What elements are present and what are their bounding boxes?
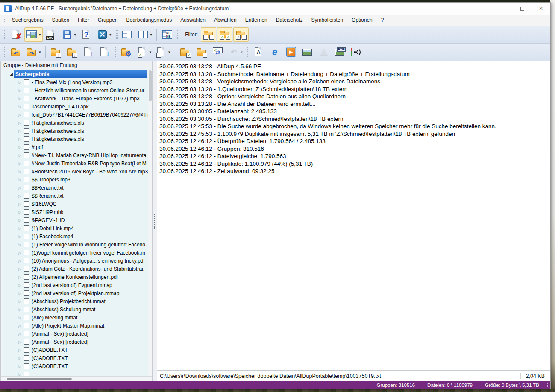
expander-collapsed-icon[interactable]: ▷	[17, 80, 22, 85]
item-checkbox[interactable]	[24, 266, 29, 272]
tree-horizontal-scrollbar[interactable]	[1, 376, 152, 381]
toolbar-drag-grip[interactable]	[3, 29, 6, 40]
deselect-group-button[interactable]	[194, 45, 209, 59]
tree-item[interactable]: ▷(1) Facebook.mp4	[3, 232, 148, 240]
menu-item-suchergebnis[interactable]: Suchergebnis	[8, 15, 47, 25]
toolbar-drag-grip[interactable]	[246, 47, 249, 58]
item-checkbox[interactable]	[24, 152, 29, 158]
next-group-button[interactable]: ↷▾	[24, 45, 43, 59]
item-checkbox[interactable]	[24, 242, 29, 247]
layout-columns-button[interactable]	[120, 27, 135, 42]
tree-item[interactable]: ▷#Rootstech 2015 Alex Boye - Be Who You …	[3, 167, 148, 176]
item-checkbox[interactable]	[24, 88, 29, 93]
menu-item-spalten[interactable]: Spalten	[47, 15, 73, 25]
item-checkbox[interactable]	[24, 193, 29, 199]
tree-item[interactable]: ▷!Tätigkeitsnachweis.xls	[3, 119, 148, 127]
tree-item[interactable]: ▷$$Rename.txt	[3, 192, 148, 200]
item-checkbox[interactable]	[24, 79, 29, 85]
dropdown-arrow-icon[interactable]: ▾	[168, 50, 170, 54]
expander-collapsed-icon[interactable]: ▷	[17, 243, 22, 247]
item-checkbox[interactable]	[24, 217, 29, 223]
expander-expanded-icon[interactable]: ◢	[9, 72, 14, 76]
tree-item[interactable]: ▷(Abschluss) Projektbericht.mmat	[3, 297, 148, 305]
select-group-button[interactable]: ✓	[178, 45, 193, 59]
expander-collapsed-icon[interactable]: ▷	[17, 251, 22, 255]
item-checkbox[interactable]	[24, 339, 29, 345]
item-checkbox[interactable]	[24, 185, 29, 190]
close-window-button[interactable]: ✕	[532, 3, 550, 15]
tree-item[interactable]: ▷(Animal - Sex) [redacted]	[3, 338, 148, 346]
tree-horizontal-scrollbar-thumb[interactable]	[7, 378, 72, 380]
item-checkbox[interactable]	[24, 104, 29, 109]
tree-item[interactable]: ▷#New-Justin Timberlake R&B Pop type Bea…	[3, 159, 148, 167]
item-checkbox[interactable]	[24, 282, 29, 288]
expander-collapsed-icon[interactable]: ▷	[17, 121, 22, 125]
item-checkbox[interactable]	[24, 372, 29, 376]
tree-item[interactable]: ▷(C)ADOBE.TXT	[3, 346, 148, 354]
item-checkbox[interactable]	[24, 161, 29, 166]
menu-item-bearbeitungsmodus[interactable]: Bearbeitungsmodus	[122, 15, 176, 25]
item-checkbox[interactable]	[24, 169, 29, 174]
next-file-button[interactable]: ↓	[97, 45, 112, 59]
expander-collapsed-icon[interactable]: ▷	[17, 226, 22, 231]
expander-collapsed-icon[interactable]: ▷	[17, 97, 22, 101]
item-checkbox[interactable]	[24, 234, 29, 239]
tree-item[interactable]: ▷!Tätigkeitsnachweis.xls	[3, 135, 148, 143]
panel-splitter[interactable]	[153, 61, 157, 381]
expander-collapsed-icon[interactable]: ▷	[17, 299, 22, 304]
expander-collapsed-icon[interactable]: ▷	[17, 145, 22, 149]
first-group-button[interactable]: ↑	[48, 45, 64, 59]
layout-split-button[interactable]: ▾	[136, 27, 154, 42]
item-checkbox[interactable]	[24, 363, 29, 369]
tree-vertical-scrollbar-thumb[interactable]	[149, 70, 152, 101]
show-exif-button[interactable]: EXIF	[332, 45, 347, 59]
item-checkbox[interactable]	[24, 323, 29, 328]
maximize-button[interactable]	[513, 3, 532, 15]
dropdown-arrow-icon[interactable]: ▾	[150, 32, 153, 37]
tree-item[interactable]: ▷$ISZ1I9P.mbk	[3, 208, 148, 216]
item-checkbox[interactable]	[24, 250, 29, 255]
tree-item[interactable]: ▷(C)ADOBE.TXT	[3, 354, 148, 362]
tree-item[interactable]: ▷(Abschluss) Schulung.mmat	[3, 305, 148, 313]
expander-collapsed-icon[interactable]: ▷	[17, 161, 22, 166]
tree-item[interactable]: ▷(Alle) Meeting.mmat	[3, 313, 148, 322]
menu-item-filter[interactable]: Filter	[73, 15, 94, 25]
menu-item-optionen[interactable]: Optionen	[347, 15, 377, 25]
tree-item[interactable]: ▷$$ Troopers.mp3	[3, 176, 148, 184]
expander-collapsed-icon[interactable]: ▷	[17, 137, 22, 141]
open-browser-button[interactable]: e	[267, 45, 282, 59]
expander-collapsed-icon[interactable]: ▷	[17, 202, 22, 206]
expander-collapsed-icon[interactable]: ▷	[17, 332, 22, 336]
tree-item[interactable]: ▷$I16LWQC	[3, 200, 148, 208]
expander-collapsed-icon[interactable]: ▷	[17, 267, 22, 271]
item-checkbox[interactable]	[24, 225, 29, 231]
expander-collapsed-icon[interactable]: ▷	[17, 372, 22, 377]
dropdown-arrow-icon[interactable]: ▾	[39, 32, 41, 37]
dropdown-arrow-icon[interactable]: ▾	[241, 50, 243, 54]
previous-file-button[interactable]: ↑	[81, 45, 96, 59]
previous-group-button[interactable]: ↶	[8, 45, 23, 59]
expander-collapsed-icon[interactable]: ▷	[17, 275, 22, 279]
play-audio-button[interactable]	[348, 45, 364, 59]
expander-collapsed-icon[interactable]: ▷	[17, 113, 22, 117]
item-checkbox[interactable]	[24, 120, 29, 126]
item-checkbox[interactable]	[24, 136, 29, 142]
expander-collapsed-icon[interactable]: ▷	[17, 307, 22, 312]
item-checkbox[interactable]	[24, 307, 29, 312]
deselect-files-button[interactable]: ▾	[154, 45, 172, 59]
item-checkbox[interactable]	[24, 355, 29, 361]
item-checkbox[interactable]	[24, 177, 29, 182]
dropdown-arrow-icon[interactable]: ▾	[109, 32, 112, 37]
expander-collapsed-icon[interactable]: ▷	[17, 316, 22, 320]
tree-item[interactable]: ▷- Kraftwerk - Trans-Europe Express (197…	[3, 94, 148, 102]
preview-pane-button[interactable]: ▾	[24, 27, 43, 42]
tree-item[interactable]: ▷#.pdf	[3, 143, 148, 151]
item-checkbox[interactable]	[24, 209, 29, 215]
item-checkbox[interactable]	[24, 331, 29, 336]
tree-item[interactable]: ▷	[3, 370, 148, 376]
item-checkbox[interactable]	[24, 298, 29, 304]
expander-collapsed-icon[interactable]: ▷	[17, 170, 22, 174]
toolbar-drag-grip[interactable]	[176, 29, 179, 40]
resize-grip-icon[interactable]	[545, 383, 549, 388]
expander-collapsed-icon[interactable]: ▷	[17, 88, 22, 93]
